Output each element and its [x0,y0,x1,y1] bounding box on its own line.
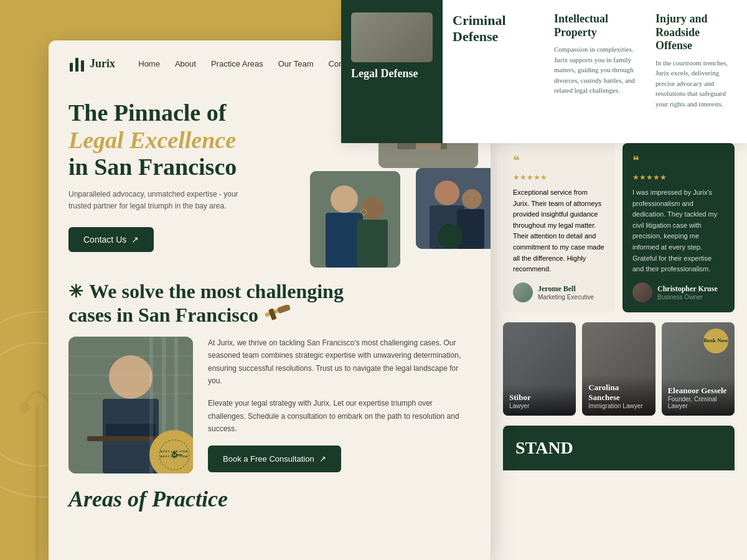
solve-title: ✳ We solve the most challenging [68,279,471,303]
nav-links: Home About Practice Areas Our Team Conta… [138,59,356,68]
hero-image-meeting [310,171,400,268]
reviewer-avatar-1 [513,282,533,302]
reviewer-2: Christopher Kruse Business Owner [632,282,725,302]
content-row: BEST LAW FIRM BEST LAW FIRM At Jurix, we… [49,337,491,474]
reviewer-avatar-2 [632,282,652,302]
team-card-2[interactable]: Carolina Sanchese Immigration Lawyer [582,322,655,416]
testimonial-text-1: Exceptional service from Jurix. Their te… [513,187,605,275]
svg-rect-33 [68,393,193,394]
hero-title-line2: Legal Excellence [68,127,236,153]
svg-rect-3 [75,58,78,72]
testimonial-card-1: ❝ ★★★★★ Exceptional service from Jurix. … [503,143,615,312]
testimonial-card-2: ❝ ★★★★★ I was impressed by Jurix's profe… [622,143,735,312]
lawyer-photo: BEST LAW FIRM BEST LAW FIRM [68,337,193,474]
svg-point-24 [109,355,153,399]
nav-practice[interactable]: Practice Areas [211,59,263,68]
stars-2: ★★★★★ [632,173,725,182]
ip-title: Intellectual Property [554,12,636,39]
hero-title: The Pinnacle of Legal Excellence in San … [68,100,293,181]
gavel-icon [263,305,298,325]
team-name-3: Eleanoor Gessele [668,386,728,396]
team-name-1: Stibor [509,393,570,403]
green-circle-accent [438,224,463,249]
svg-rect-27 [106,424,156,436]
practice-areas-overlay: Legal Defense Criminal Defense Intellect… [341,0,747,143]
diamond-deco-2: ◇ [360,205,367,217]
areas-of-practice-title: Areas of Practice [49,474,491,512]
nav-team[interactable]: Our Team [278,59,314,68]
stand-text: STAND [515,438,573,457]
reviewer-info-2: Christopher Kruse Business Owner [657,284,718,301]
consult-btn-label: Book a Free Consultation [223,454,314,464]
reviewer-name-2: Christopher Kruse [657,284,718,294]
testimonials-grid: ❝ ★★★★★ Exceptional service from Jurix. … [503,143,735,312]
svg-rect-13 [357,220,388,268]
logo[interactable]: Jurix [68,55,115,73]
hero-subtitle: Unparalleled advocacy, unmatched experti… [68,189,243,212]
svg-rect-2 [70,63,73,72]
book-now-badge[interactable]: Book Now [703,329,728,353]
svg-rect-32 [68,374,193,376]
nav-home[interactable]: Home [138,59,160,68]
quote-icon-2: ❝ [632,153,725,168]
ip-desc: Compassion in complexities. Jurix suppor… [554,44,636,96]
contact-us-arrow: ↗ [131,235,139,245]
reviewer-role-2: Business Owner [657,294,718,301]
svg-point-15 [435,180,459,205]
team-name-2: Carolina Sanchese [588,383,649,403]
injury-title: Injury and Roadside Offense [655,12,737,53]
svg-rect-31 [68,355,193,357]
reviewer-role-1: Marketing Executive [538,294,594,301]
practice-area-legal-defense[interactable]: Legal Defense [341,0,443,143]
svg-point-1 [20,403,30,413]
right-bottom-dark: STAND [503,426,735,470]
team-card-3[interactable]: Book Now Eleanoor Gessele Founder, Crimi… [662,322,735,416]
team-role-3: Founder, Criminal Lawyer [668,396,728,409]
hero-title-line3: in San Francisco [68,154,237,180]
practice-area-intellectual-property[interactable]: Intellectual Property Compassion in comp… [544,0,646,143]
nav-about[interactable]: About [175,59,196,68]
svg-rect-0 [35,404,39,560]
solve-section: ✳ We solve the most challenging cases in… [49,264,491,336]
reviewer-1: Jerome Bell Marketing Executive [513,282,605,302]
svg-rect-18 [457,209,484,249]
team-card-1[interactable]: Stibor Lawyer [503,322,576,416]
logo-icon [68,55,86,73]
content-para-1: At Jurix, we thrive on tackling San Fran… [208,337,471,388]
asterisk-icon: ✳ [68,281,83,302]
book-now-text: Book Now [703,338,728,344]
team-overlay-2: Carolina Sanchese Immigration Lawyer [582,375,655,416]
practice-area-criminal-defense[interactable]: Criminal Defense [443,0,544,143]
criminal-defense-title: Criminal Defense [453,12,534,45]
svg-rect-20 [277,305,291,314]
solve-title-line2: cases in San Francisco [68,304,471,327]
logo-text: Jurix [90,57,115,70]
legal-defense-image [351,12,433,62]
meeting-scene [310,171,400,268]
best-law-firm-badge: BEST LAW FIRM BEST LAW FIRM [149,430,193,474]
team-overlay-1: Stibor Lawyer [503,385,576,416]
testimonial-text-2: I was impressed by Jurix's professionali… [632,187,725,275]
svg-point-10 [331,185,358,213]
free-consultation-button[interactable]: Book a Free Consultation ↗ [208,446,341,472]
consult-btn-arrow: ↗ [319,454,326,464]
solve-title-line2-text: cases in San Francisco [68,304,258,327]
hero-title-line1: The Pinnacle of [68,100,226,126]
quote-icon-1: ❝ [513,153,605,168]
content-para-2: Elevate your legal strategy with Jurix. … [208,397,471,435]
svg-rect-4 [81,60,84,72]
svg-point-17 [462,189,482,209]
reviewer-name-1: Jerome Bell [538,284,594,294]
contact-us-label: Contact Us [83,235,126,245]
team-section: Stibor Lawyer Carolina Sanchese Immigrat… [491,312,747,426]
reviewer-info-1: Jerome Bell Marketing Executive [538,284,594,301]
team-role-2: Immigration Lawyer [588,403,649,409]
practice-area-injury[interactable]: Injury and Roadside Offense In the court… [646,0,747,143]
contact-us-button[interactable]: Contact Us ↗ [68,227,154,252]
team-overlay-3: Eleanoor Gessele Founder, Criminal Lawye… [662,378,735,416]
team-role-1: Lawyer [509,403,570,409]
solve-title-text: We solve the most challenging [89,279,344,303]
legal-defense-title: Legal Defense [351,67,433,81]
stars-1: ★★★★★ [513,173,605,182]
content-text: At Jurix, we thrive on tackling San Fran… [208,337,471,472]
